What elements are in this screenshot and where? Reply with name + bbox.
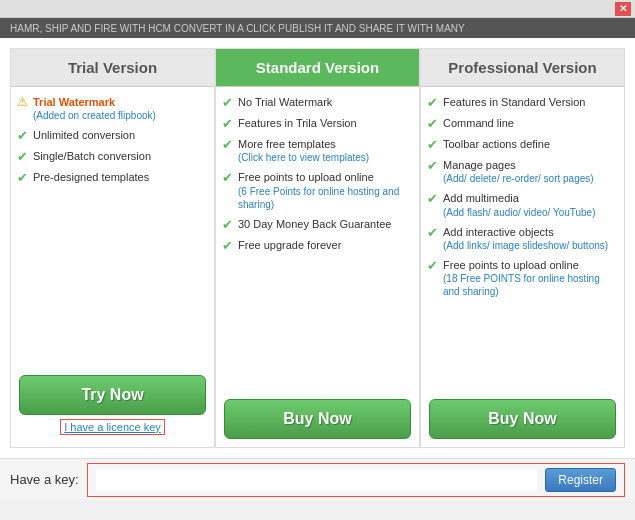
trial-buy-button[interactable]: Try Now	[19, 375, 206, 415]
feature-text-trial-3: Pre-designed templates	[33, 170, 149, 184]
feature-subtext-trial-0: (Added on created flipbook)	[33, 109, 156, 122]
feature-text-trial-2: Single/Batch conversion	[33, 149, 151, 163]
feature-item-trial-2: ✔Single/Batch conversion	[17, 149, 208, 164]
feature-item-professional-1: ✔Command line	[427, 116, 618, 131]
feature-text-professional-4: Add multimedia(Add flash/ audio/ video/ …	[443, 191, 596, 218]
feature-item-standard-3: ✔Free points to upload online(6 Free Poi…	[222, 170, 413, 210]
col-trial: Trial Version⚠Trial Watermark(Added on c…	[10, 48, 215, 448]
check-icon: ✔	[17, 149, 28, 164]
feature-item-standard-2: ✔More free templates(Click here to view …	[222, 137, 413, 164]
check-icon: ✔	[427, 137, 438, 152]
check-icon: ✔	[222, 170, 233, 185]
feature-subtext-standard-2: (Click here to view templates)	[238, 151, 369, 164]
feature-item-professional-5: ✔Add interactive objects(Add links/ imag…	[427, 225, 618, 252]
feature-text-standard-0: No Trial Watermark	[238, 95, 332, 109]
standard-buy-button[interactable]: Buy Now	[224, 399, 411, 439]
check-icon: ✔	[222, 137, 233, 152]
header-text: HAMR, SHIP AND FIRE WITH HCM CONVERT IN …	[10, 23, 465, 34]
feature-text-professional-1: Command line	[443, 116, 514, 130]
main-content: Trial Version⚠Trial Watermark(Added on c…	[0, 38, 635, 458]
top-bar: ✕	[0, 0, 635, 18]
have-key-label: Have a key:	[10, 472, 79, 487]
feature-text-professional-6: Free points to upload online(18 Free POI…	[443, 258, 618, 298]
feature-text-standard-3: Free points to upload online(6 Free Poin…	[238, 170, 413, 210]
check-icon: ✔	[427, 225, 438, 240]
check-icon: ✔	[427, 191, 438, 206]
feature-item-professional-6: ✔Free points to upload online(18 Free PO…	[427, 258, 618, 298]
check-icon: ✔	[427, 158, 438, 173]
register-button[interactable]: Register	[545, 468, 616, 492]
feature-text-standard-5: Free upgrade forever	[238, 238, 341, 252]
warn-icon: ⚠	[17, 95, 28, 109]
feature-item-trial-3: ✔Pre-designed templates	[17, 170, 208, 185]
check-icon: ✔	[427, 95, 438, 110]
feature-text-standard-2: More free templates(Click here to view t…	[238, 137, 369, 164]
feature-item-trial-0: ⚠Trial Watermark(Added on created flipbo…	[17, 95, 208, 122]
feature-text-professional-3: Manage pages(Add/ delete/ re-order/ sort…	[443, 158, 594, 185]
col-body-professional: ✔Features in Standard Version✔Command li…	[421, 87, 624, 391]
check-icon: ✔	[17, 170, 28, 185]
feature-text-trial-0: Trial Watermark(Added on created flipboo…	[33, 95, 156, 122]
feature-item-standard-4: ✔30 Day Money Back Guarantee	[222, 217, 413, 232]
check-icon: ✔	[427, 116, 438, 131]
check-icon: ✔	[17, 128, 28, 143]
check-icon: ✔	[222, 238, 233, 253]
licence-key-link[interactable]: I have a licence key	[60, 419, 165, 435]
check-icon: ✔	[222, 217, 233, 232]
key-input-border-box: Register	[87, 463, 625, 497]
col-header-professional: Professional Version	[421, 49, 624, 87]
col-body-trial: ⚠Trial Watermark(Added on created flipbo…	[11, 87, 214, 367]
btn-area-standard: Buy Now	[216, 391, 419, 447]
feature-text-professional-2: Toolbar actions define	[443, 137, 550, 151]
feature-item-professional-4: ✔Add multimedia(Add flash/ audio/ video/…	[427, 191, 618, 218]
col-standard: Standard Version✔No Trial Watermark✔Feat…	[215, 48, 420, 448]
feature-item-professional-2: ✔Toolbar actions define	[427, 137, 618, 152]
col-professional: Professional Version✔Features in Standar…	[420, 48, 625, 448]
feature-item-standard-0: ✔No Trial Watermark	[222, 95, 413, 110]
feature-text-trial-1: Unlimited conversion	[33, 128, 135, 142]
col-body-standard: ✔No Trial Watermark✔Features in Trila Ve…	[216, 87, 419, 391]
btn-area-professional: Buy Now	[421, 391, 624, 447]
feature-item-professional-0: ✔Features in Standard Version	[427, 95, 618, 110]
btn-area-trial: Try NowI have a licence key	[11, 367, 214, 447]
key-input[interactable]	[96, 469, 538, 491]
feature-subtext-professional-6: (18 Free POINTS for online hosting and s…	[443, 272, 618, 298]
feature-subtext-professional-4: (Add flash/ audio/ video/ YouTube)	[443, 206, 596, 219]
feature-text-standard-1: Features in Trila Version	[238, 116, 357, 130]
feature-item-standard-5: ✔Free upgrade forever	[222, 238, 413, 253]
close-button[interactable]: ✕	[615, 2, 631, 16]
feature-subtext-professional-3: (Add/ delete/ re-order/ sort pages)	[443, 172, 594, 185]
feature-subtext-standard-3: (6 Free Points for online hosting and sh…	[238, 185, 413, 211]
feature-text-professional-5: Add interactive objects(Add links/ image…	[443, 225, 608, 252]
col-header-trial: Trial Version	[11, 49, 214, 87]
professional-buy-button[interactable]: Buy Now	[429, 399, 616, 439]
check-icon: ✔	[427, 258, 438, 273]
check-icon: ✔	[222, 95, 233, 110]
licence-area: I have a licence key	[19, 415, 206, 439]
header-strip: HAMR, SHIP AND FIRE WITH HCM CONVERT IN …	[0, 18, 635, 38]
check-icon: ✔	[222, 116, 233, 131]
feature-item-professional-3: ✔Manage pages(Add/ delete/ re-order/ sor…	[427, 158, 618, 185]
feature-item-trial-1: ✔Unlimited conversion	[17, 128, 208, 143]
feature-text-professional-0: Features in Standard Version	[443, 95, 585, 109]
feature-text-standard-4: 30 Day Money Back Guarantee	[238, 217, 391, 231]
feature-item-standard-1: ✔Features in Trila Version	[222, 116, 413, 131]
feature-subtext-professional-5: (Add links/ image slideshow/ buttons)	[443, 239, 608, 252]
bottom-bar: Have a key: Register	[0, 458, 635, 500]
col-header-standard: Standard Version	[216, 49, 419, 87]
